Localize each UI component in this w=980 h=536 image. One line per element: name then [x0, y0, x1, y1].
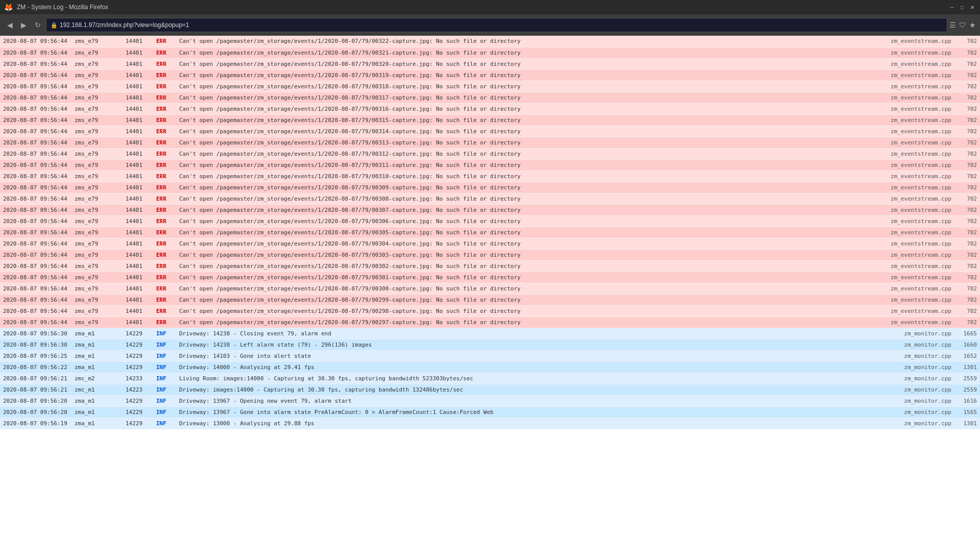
log-line: 702: [954, 249, 980, 260]
log-datetime: 2020-08-07 09:56:44: [0, 227, 71, 238]
log-file: zm_eventstream.cpp: [863, 69, 954, 81]
table-row: 2020-08-07 09:56:19 zma_m1 14229 INF Dri…: [0, 418, 980, 429]
shield-icon[interactable]: 🛡: [959, 21, 966, 29]
log-pid: 14401: [122, 47, 153, 58]
address-bar[interactable]: 🔒 192.168.1.97/zm/index.php?view=log&pop…: [46, 18, 947, 32]
log-message: Can't open /pagemaster/zm_storage/events…: [176, 137, 863, 148]
log-component: zms_e79: [71, 316, 122, 328]
log-datetime: 2020-08-07 09:56:44: [0, 294, 71, 305]
log-pid: 14401: [122, 305, 153, 316]
log-pid: 14401: [122, 159, 153, 170]
log-pid: 14401: [122, 182, 153, 193]
log-datetime: 2020-08-07 09:56:44: [0, 69, 71, 81]
log-message: Can't open /pagemaster/zm_storage/events…: [176, 260, 863, 272]
log-file: zm_eventstream.cpp: [863, 126, 954, 137]
table-row: 2020-08-07 09:56:44 zms_e79 14401 ERR Ca…: [0, 204, 980, 215]
log-level: INF: [153, 418, 176, 429]
log-file: zm_eventstream.cpp: [863, 92, 954, 103]
log-component: zms_e79: [71, 47, 122, 58]
log-datetime: 2020-08-07 09:56:44: [0, 238, 71, 249]
log-level: ERR: [153, 148, 176, 159]
table-row: 2020-08-07 09:56:44 zms_e79 14401 ERR Ca…: [0, 227, 980, 238]
log-message: Can't open /pagemaster/zm_storage/events…: [176, 227, 863, 238]
table-row: 2020-08-07 09:56:44 zms_e79 14401 ERR Ca…: [0, 137, 980, 148]
log-file: zm_eventstream.cpp: [863, 227, 954, 238]
log-message: Can't open /pagemaster/zm_storage/events…: [176, 148, 863, 159]
log-pid: 14229: [122, 406, 153, 418]
log-file: zm_eventstream.cpp: [863, 148, 954, 159]
log-message: Can't open /pagemaster/zm_storage/events…: [176, 36, 863, 47]
log-component: zma_m1: [71, 328, 122, 339]
log-component: zms_e79: [71, 92, 122, 103]
table-row: 2020-08-07 09:56:44 zms_e79 14401 ERR Ca…: [0, 159, 980, 170]
log-file: zm_eventstream.cpp: [863, 170, 954, 182]
table-row: 2020-08-07 09:56:44 zms_e79 14401 ERR Ca…: [0, 92, 980, 103]
maximize-button[interactable]: □: [959, 4, 966, 11]
log-message: Can't open /pagemaster/zm_storage/events…: [176, 126, 863, 137]
log-message: Driveway: 14103 - Gone into alert state: [176, 350, 863, 361]
log-message: Can't open /pagemaster/zm_storage/events…: [176, 305, 863, 316]
log-line: 702: [954, 193, 980, 204]
log-line: 702: [954, 126, 980, 137]
log-file: zm_eventstream.cpp: [863, 204, 954, 215]
log-line: 702: [954, 114, 980, 126]
log-datetime: 2020-08-07 09:56:25: [0, 350, 71, 361]
log-pid: 14229: [122, 361, 153, 373]
log-component: zms_e79: [71, 114, 122, 126]
log-message: Can't open /pagemaster/zm_storage/events…: [176, 193, 863, 204]
log-line: 1565: [954, 406, 980, 418]
log-component: zma_m1: [71, 406, 122, 418]
log-component: zms_e79: [71, 148, 122, 159]
log-component: zms_e79: [71, 204, 122, 215]
table-row: 2020-08-07 09:56:44 zms_e79 14401 ERR Ca…: [0, 81, 980, 92]
log-level: ERR: [153, 215, 176, 227]
log-level: ERR: [153, 126, 176, 137]
log-level: ERR: [153, 114, 176, 126]
browser-chrome: 🦊 ZM - System Log - Mozilla Firefox ─ □ …: [0, 0, 980, 36]
log-file: zm_eventstream.cpp: [863, 272, 954, 283]
log-datetime: 2020-08-07 09:56:44: [0, 148, 71, 159]
log-level: ERR: [153, 294, 176, 305]
log-line: 702: [954, 148, 980, 159]
log-pid: 14401: [122, 193, 153, 204]
log-line: 702: [954, 283, 980, 294]
menu-icon[interactable]: ☰: [949, 21, 956, 29]
log-message: Driveway: 14238 - Closing event 79, alar…: [176, 328, 863, 339]
log-pid: 14401: [122, 272, 153, 283]
refresh-button[interactable]: ↻: [32, 19, 44, 31]
log-component: zms_e79: [71, 272, 122, 283]
log-level: ERR: [153, 47, 176, 58]
close-button[interactable]: ✕: [969, 4, 976, 11]
log-file: zm_eventstream.cpp: [863, 283, 954, 294]
log-datetime: 2020-08-07 09:56:44: [0, 272, 71, 283]
table-row: 2020-08-07 09:56:44 zms_e79 14401 ERR Ca…: [0, 148, 980, 159]
log-component: zma_m1: [71, 339, 122, 350]
log-level: ERR: [153, 283, 176, 294]
log-file: zm_monitor.cpp: [863, 395, 954, 406]
log-line: 702: [954, 103, 980, 114]
log-pid: 14401: [122, 215, 153, 227]
bookmark-icon[interactable]: ★: [969, 21, 976, 29]
log-level: ERR: [153, 170, 176, 182]
log-line: 702: [954, 47, 980, 58]
back-button[interactable]: ◀: [4, 19, 16, 31]
log-component: zms_e79: [71, 103, 122, 114]
log-file: zm_eventstream.cpp: [863, 81, 954, 92]
log-message: Can't open /pagemaster/zm_storage/events…: [176, 103, 863, 114]
minimize-button[interactable]: ─: [948, 4, 955, 11]
log-line: 702: [954, 137, 980, 148]
log-pid: 14401: [122, 126, 153, 137]
log-file: zm_monitor.cpp: [863, 328, 954, 339]
log-message: Can't open /pagemaster/zm_storage/events…: [176, 81, 863, 92]
log-message: Can't open /pagemaster/zm_storage/events…: [176, 170, 863, 182]
log-component: zms_e79: [71, 182, 122, 193]
forward-button[interactable]: ▶: [18, 19, 30, 31]
log-container: 2020-08-07 09:56:44 zms_e79 14401 ERR Ca…: [0, 36, 980, 536]
url-text: 192.168.1.97/zm/index.php?view=log&popup…: [60, 21, 189, 29]
log-component: zma_m1: [71, 395, 122, 406]
title-bar: 🦊 ZM - System Log - Mozilla Firefox ─ □ …: [0, 0, 980, 14]
log-component: zms_e79: [71, 36, 122, 47]
browser-nav-icons: ☰ 🛡 ★: [949, 21, 976, 29]
log-datetime: 2020-08-07 09:56:44: [0, 260, 71, 272]
log-level: ERR: [153, 182, 176, 193]
